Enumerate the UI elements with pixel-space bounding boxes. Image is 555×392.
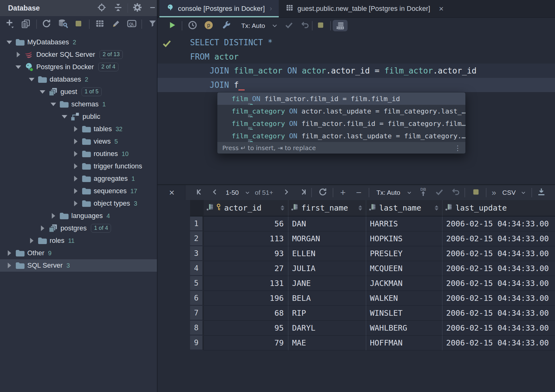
chevron-down-icon[interactable] xyxy=(407,190,411,195)
tree-toggle-arrow-icon[interactable] xyxy=(28,78,35,81)
row-number-cell[interactable]: 7 xyxy=(190,306,204,321)
close-results-icon[interactable]: × xyxy=(167,186,177,199)
first-name-cell[interactable]: MORGAN xyxy=(288,231,366,246)
sort-icon[interactable] xyxy=(435,205,440,211)
autocomplete-item[interactable]: film ON film_actor.film_id = film.film_i… xyxy=(217,92,465,105)
rollback-icon[interactable] xyxy=(451,187,460,198)
delete-row-icon[interactable]: − xyxy=(356,187,362,198)
tree-toggle-arrow-icon[interactable] xyxy=(39,90,46,94)
tree-toggle-arrow-icon[interactable] xyxy=(72,126,79,132)
chevrons-right-icon[interactable]: » xyxy=(492,188,496,198)
tree-toggle-arrow-icon[interactable] xyxy=(50,213,57,219)
tree-item[interactable]: tables 32 xyxy=(0,123,157,135)
actor-id-cell[interactable]: 196 xyxy=(204,291,288,306)
tree-toggle-arrow-icon[interactable] xyxy=(50,103,57,106)
tree-toggle-arrow-icon[interactable] xyxy=(72,139,79,144)
tree-toggle-arrow-icon[interactable] xyxy=(28,238,35,243)
row-number-header[interactable] xyxy=(190,200,204,216)
autocomplete-item[interactable]: film_category ON film_actor.last_update … xyxy=(217,130,465,142)
tree-toggle-arrow-icon[interactable] xyxy=(15,52,22,57)
tree-toggle-arrow-icon[interactable] xyxy=(72,163,79,169)
actor-id-cell[interactable]: 95 xyxy=(204,321,288,336)
tree-toggle-arrow-icon[interactable] xyxy=(72,201,79,206)
add-icon[interactable] xyxy=(5,18,15,30)
tree-item[interactable]: schemas 1 xyxy=(0,98,157,110)
tree-toggle-arrow-icon[interactable] xyxy=(72,151,79,157)
column-header-last-update[interactable]: last_update xyxy=(442,200,555,216)
last-update-cell[interactable]: 2006-02-15 04:34:33.00 xyxy=(442,246,555,261)
tab-new-table[interactable]: guest.public.new_table [Postgres in Dock… xyxy=(279,0,450,17)
tree-toggle-arrow-icon[interactable] xyxy=(6,250,13,256)
query-console-icon[interactable]: QL xyxy=(127,18,137,30)
actor-id-cell[interactable]: 68 xyxy=(204,306,288,321)
last-update-cell[interactable]: 2006-02-15 04:34:33.00 xyxy=(442,276,555,291)
results-tx-label[interactable]: Tx: Auto xyxy=(376,189,400,196)
add-row-icon[interactable]: + xyxy=(340,187,346,198)
tree-item[interactable]: sequences 17 xyxy=(0,185,157,197)
first-name-cell[interactable]: JANE xyxy=(288,276,366,291)
tree-toggle-arrow-icon[interactable] xyxy=(72,176,79,181)
autocomplete-item[interactable]: film_category ON actor.last_update = fil… xyxy=(217,105,465,117)
tree-item[interactable]: object types 3 xyxy=(0,197,157,210)
tree-item[interactable]: postgres 1 of 4 xyxy=(0,222,157,234)
last-update-cell[interactable]: 2006-02-15 04:34:33.00 xyxy=(442,321,555,336)
last-update-cell[interactable]: 2006-02-15 04:34:33.00 xyxy=(442,306,555,321)
tree-item[interactable]: languages 4 xyxy=(0,210,157,222)
page-range-label[interactable]: 1-50 xyxy=(226,189,239,196)
first-name-cell[interactable]: DAN xyxy=(288,216,366,231)
tree-item[interactable]: SQL Server 3 xyxy=(0,259,157,272)
tree-item[interactable]: aggregates 1 xyxy=(0,172,157,185)
collapse-all-icon[interactable] xyxy=(113,3,123,13)
submit-db-icon[interactable]: DB xyxy=(418,187,428,198)
tree-item[interactable]: Postgres in Docker 2 of 4 xyxy=(0,61,157,73)
column-header-first-name[interactable]: first_name xyxy=(288,200,366,216)
kebab-menu-icon[interactable]: ⋮ xyxy=(454,144,461,152)
first-name-cell[interactable]: BELA xyxy=(288,291,366,306)
executed-check-icon[interactable] xyxy=(162,38,172,50)
first-name-cell[interactable]: MAE xyxy=(288,336,366,350)
tree-item[interactable]: roles 11 xyxy=(0,234,157,247)
stop-icon[interactable] xyxy=(317,21,325,30)
row-number-cell[interactable]: 9 xyxy=(190,336,204,350)
last-name-cell[interactable]: WINSLET xyxy=(366,306,442,321)
sort-icon[interactable] xyxy=(358,205,363,211)
chevron-down-icon[interactable] xyxy=(245,190,250,195)
tree-item[interactable]: Docker SQL Server 2 of 13 xyxy=(0,48,157,61)
first-name-cell[interactable]: RIP xyxy=(288,306,366,321)
commit-check-icon[interactable] xyxy=(284,20,294,31)
duplicate-icon[interactable] xyxy=(21,19,31,30)
row-number-cell[interactable]: 1 xyxy=(190,216,204,231)
last-update-cell[interactable]: 2006-02-15 04:34:33.00 xyxy=(442,231,555,246)
hide-panel-icon[interactable] xyxy=(149,4,156,12)
close-tab-icon[interactable]: × xyxy=(439,5,443,13)
tree-toggle-arrow-icon[interactable] xyxy=(6,263,13,268)
tree-item[interactable]: Other 9 xyxy=(0,247,157,259)
column-header-actor-id[interactable]: actor_id xyxy=(204,200,288,216)
export-format-label[interactable]: CSV xyxy=(502,189,516,196)
first-name-cell[interactable]: JULIA xyxy=(288,261,366,276)
row-number-cell[interactable]: 6 xyxy=(190,291,204,306)
stop-icon[interactable] xyxy=(472,188,480,197)
tree-item[interactable]: MyDatabases 2 xyxy=(0,36,157,48)
tree-toggle-arrow-icon[interactable] xyxy=(39,225,46,231)
last-update-cell[interactable]: 2006-02-15 04:34:33.00 xyxy=(442,291,555,306)
parameters-badge-icon[interactable]: p xyxy=(204,20,214,31)
tree-toggle-arrow-icon[interactable] xyxy=(6,41,13,44)
history-clock-icon[interactable] xyxy=(188,20,198,31)
settings-gear-icon[interactable] xyxy=(133,3,142,13)
autocomplete-item[interactable]: film_category ON film_actor.film_id = fi… xyxy=(217,117,465,130)
last-update-cell[interactable]: 2006-02-15 04:34:33.00 xyxy=(442,216,555,231)
column-header-last-name[interactable]: last_name xyxy=(366,200,442,216)
actor-id-cell[interactable]: 79 xyxy=(204,336,288,350)
last-page-icon[interactable] xyxy=(299,188,307,197)
refresh-icon[interactable] xyxy=(42,19,51,30)
last-name-cell[interactable]: PRESLEY xyxy=(366,246,442,261)
row-number-cell[interactable]: 4 xyxy=(190,261,204,276)
last-name-cell[interactable]: MCQUEEN xyxy=(366,261,442,276)
tree-item[interactable]: guest 1 of 5 xyxy=(0,86,157,98)
row-number-cell[interactable]: 5 xyxy=(190,276,204,291)
sort-icon[interactable] xyxy=(281,205,286,211)
prev-page-icon[interactable] xyxy=(211,188,219,197)
in-editor-results-button[interactable] xyxy=(333,20,348,31)
last-name-cell[interactable]: WAHLBERG xyxy=(366,321,442,336)
